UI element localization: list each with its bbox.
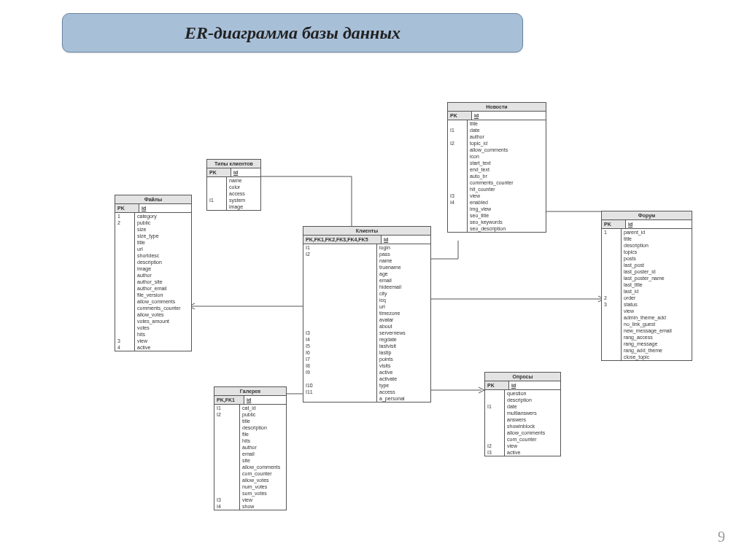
entity-header: Галерея [214, 387, 286, 396]
entity-header: Файлы [115, 195, 191, 204]
entity-header: Типы клиентов [207, 160, 260, 168]
entity-polls: Опросы PK id I1I2I3 questiondescriptiond… [484, 372, 561, 456]
entity-types: Типы клиентов PK id I1 name color access… [206, 159, 261, 211]
entity-forum: Форум PK id 123 parent_idtitledescriptio… [601, 211, 692, 361]
entity-header: Новости [448, 103, 546, 112]
page-number: 9 [718, 529, 725, 545]
entity-header: Клиенты [303, 227, 430, 236]
entity-gallery: Галерея PK,FK1 id I1I2I3I4 cat_idpublict… [214, 386, 287, 510]
entity-clients: Клиенты PK,FK1,FK2,FK3,FK4,FK5 id I1I2I3… [303, 226, 431, 402]
entity-header: Форум [602, 211, 692, 220]
page-title: ER-диаграмма базы данных [62, 13, 523, 52]
entity-header: Опросы [485, 373, 560, 381]
entity-news: Новости PK id I1I2I3I4 titledateauthorto… [447, 102, 546, 233]
entity-files: Файлы PK id 1234 categorypublicsizesize_… [115, 195, 192, 351]
